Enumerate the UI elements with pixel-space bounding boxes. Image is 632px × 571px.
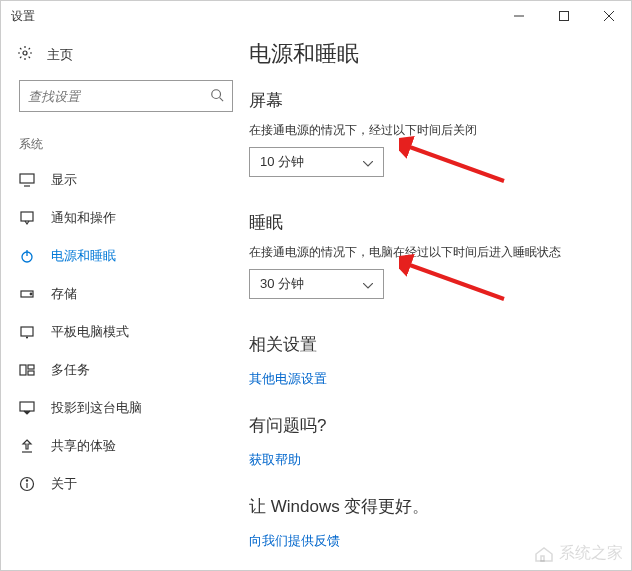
search-field[interactable]: [28, 89, 210, 104]
sidebar-item-projecting[interactable]: 投影到这台电脑: [19, 389, 231, 427]
notification-icon: [19, 210, 35, 226]
feedback-heading: 让 Windows 变得更好。: [249, 495, 607, 518]
related-heading: 相关设置: [249, 333, 607, 356]
svg-point-5: [212, 89, 221, 98]
svg-point-23: [26, 480, 27, 481]
search-input[interactable]: [19, 80, 233, 112]
sidebar-item-power[interactable]: 电源和睡眠: [19, 237, 231, 275]
svg-rect-28: [541, 556, 544, 561]
sleep-timeout-value: 30 分钟: [260, 275, 304, 293]
main-content: 电源和睡眠 屏幕 在接通电源的情况下，经过以下时间后关闭 10 分钟 睡眠 在接…: [241, 31, 631, 570]
screen-group: 屏幕 在接通电源的情况下，经过以下时间后关闭 10 分钟: [249, 89, 607, 177]
tablet-icon: [19, 324, 35, 340]
close-button[interactable]: [586, 1, 631, 31]
svg-point-13: [30, 293, 32, 295]
sidebar-item-label: 存储: [51, 285, 77, 303]
other-power-settings-link[interactable]: 其他电源设置: [249, 370, 327, 388]
get-help-link[interactable]: 获取帮助: [249, 451, 301, 469]
sidebar-item-storage[interactable]: 存储: [19, 275, 231, 313]
sidebar-item-label: 通知和操作: [51, 209, 116, 227]
titlebar: 设置: [1, 1, 631, 31]
window-controls: [496, 1, 631, 31]
related-group: 相关设置 其他电源设置: [249, 333, 607, 388]
sidebar-item-display[interactable]: 显示: [19, 161, 231, 199]
sidebar-item-label: 关于: [51, 475, 77, 493]
storage-icon: [19, 286, 35, 302]
gear-icon: [17, 45, 33, 64]
svg-rect-7: [20, 174, 34, 183]
sidebar: 主页 系统 显示 通知和操作 电源和睡眠 存储: [1, 31, 241, 570]
search-icon: [210, 88, 224, 105]
screen-timeout-dropdown[interactable]: 10 分钟: [249, 147, 384, 177]
sleep-heading: 睡眠: [249, 211, 607, 234]
feedback-group: 让 Windows 变得更好。 向我们提供反馈: [249, 495, 607, 550]
help-heading: 有问题吗?: [249, 414, 607, 437]
project-icon: [19, 400, 35, 416]
chevron-down-icon: [363, 155, 373, 170]
svg-rect-16: [20, 365, 26, 375]
info-icon: [19, 476, 35, 492]
multitask-icon: [19, 362, 35, 378]
minimize-button[interactable]: [496, 1, 541, 31]
svg-rect-9: [21, 212, 33, 221]
svg-rect-18: [28, 371, 34, 375]
screen-label: 在接通电源的情况下，经过以下时间后关闭: [249, 122, 607, 139]
sidebar-item-shared[interactable]: 共享的体验: [19, 427, 231, 465]
sidebar-item-label: 多任务: [51, 361, 90, 379]
page-title: 电源和睡眠: [249, 39, 607, 69]
svg-rect-19: [20, 402, 34, 411]
window-title: 设置: [11, 8, 35, 25]
chevron-down-icon: [363, 277, 373, 292]
screen-timeout-value: 10 分钟: [260, 153, 304, 171]
sleep-timeout-dropdown[interactable]: 30 分钟: [249, 269, 384, 299]
sidebar-item-label: 显示: [51, 171, 77, 189]
sidebar-item-tablet[interactable]: 平板电脑模式: [19, 313, 231, 351]
screen-heading: 屏幕: [249, 89, 607, 112]
svg-rect-14: [21, 327, 33, 336]
sidebar-item-about[interactable]: 关于: [19, 465, 231, 503]
sleep-label: 在接通电源的情况下，电脑在经过以下时间后进入睡眠状态: [249, 244, 607, 261]
power-icon: [19, 248, 35, 264]
sleep-group: 睡眠 在接通电源的情况下，电脑在经过以下时间后进入睡眠状态 30 分钟: [249, 211, 607, 299]
watermark: 系统之家: [533, 543, 623, 564]
share-icon: [19, 438, 35, 454]
svg-point-15: [27, 337, 28, 338]
maximize-button[interactable]: [541, 1, 586, 31]
home-label: 主页: [47, 46, 73, 64]
svg-line-6: [220, 97, 224, 101]
section-label: 系统: [19, 136, 231, 153]
sidebar-item-label: 平板电脑模式: [51, 323, 129, 341]
svg-point-4: [23, 51, 27, 55]
sidebar-item-label: 共享的体验: [51, 437, 116, 455]
home-link[interactable]: 主页: [17, 45, 231, 64]
sidebar-item-notifications[interactable]: 通知和操作: [19, 199, 231, 237]
svg-rect-1: [559, 12, 568, 21]
sidebar-item-label: 电源和睡眠: [51, 247, 116, 265]
sidebar-item-label: 投影到这台电脑: [51, 399, 142, 417]
help-group: 有问题吗? 获取帮助: [249, 414, 607, 469]
svg-rect-17: [28, 365, 34, 369]
feedback-link[interactable]: 向我们提供反馈: [249, 532, 340, 550]
monitor-icon: [19, 172, 35, 188]
sidebar-item-multitask[interactable]: 多任务: [19, 351, 231, 389]
nav-list: 显示 通知和操作 电源和睡眠 存储 平板电脑模式 多任务: [19, 161, 231, 503]
